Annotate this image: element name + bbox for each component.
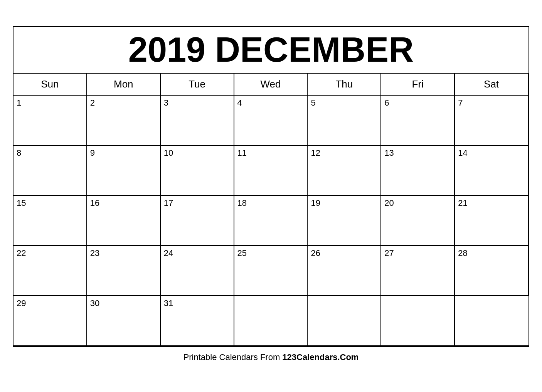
day-header-sat: Sat xyxy=(455,74,529,96)
calendar-title: 2019 DECEMBER xyxy=(13,27,529,74)
day-cell-4: 4 xyxy=(234,96,308,146)
day-cell-1: 1 xyxy=(13,96,87,146)
footer-bold-text: 123Calendars.Com xyxy=(282,352,359,362)
day-cell-empty xyxy=(381,296,455,346)
day-cell-29: 29 xyxy=(13,296,87,346)
footer-text: Printable Calendars From xyxy=(183,352,283,362)
day-cell-6: 6 xyxy=(381,96,455,146)
day-cell-23: 23 xyxy=(87,246,161,296)
day-cell-8: 8 xyxy=(13,146,87,196)
calendar-wrapper: 2019 DECEMBER SunMonTueWedThuFriSat12345… xyxy=(13,26,529,366)
day-cell-19: 19 xyxy=(308,196,381,246)
day-cell-7: 7 xyxy=(455,96,529,146)
day-header-thu: Thu xyxy=(308,74,381,96)
day-cell-24: 24 xyxy=(161,246,234,296)
day-cell-16: 16 xyxy=(87,196,161,246)
day-header-tue: Tue xyxy=(161,74,234,96)
day-cell-17: 17 xyxy=(161,196,234,246)
day-cell-20: 20 xyxy=(381,196,455,246)
day-cell-empty xyxy=(308,296,381,346)
day-cell-3: 3 xyxy=(161,96,234,146)
day-cell-28: 28 xyxy=(455,246,529,296)
day-cell-25: 25 xyxy=(234,246,308,296)
day-cell-empty xyxy=(234,296,308,346)
day-cell-empty xyxy=(455,296,529,346)
day-cell-21: 21 xyxy=(455,196,529,246)
day-cell-22: 22 xyxy=(13,246,87,296)
day-header-sun: Sun xyxy=(13,74,87,96)
day-header-fri: Fri xyxy=(381,74,455,96)
day-cell-13: 13 xyxy=(381,146,455,196)
day-cell-11: 11 xyxy=(234,146,308,196)
calendar-grid: SunMonTueWedThuFriSat1234567891011121314… xyxy=(13,74,529,346)
day-cell-18: 18 xyxy=(234,196,308,246)
calendar-footer: Printable Calendars From 123Calendars.Co… xyxy=(13,347,529,366)
day-cell-5: 5 xyxy=(308,96,381,146)
day-cell-15: 15 xyxy=(13,196,87,246)
day-cell-14: 14 xyxy=(455,146,529,196)
day-cell-30: 30 xyxy=(87,296,161,346)
calendar-container: 2019 DECEMBER SunMonTueWedThuFriSat12345… xyxy=(13,26,529,347)
day-cell-27: 27 xyxy=(381,246,455,296)
day-header-wed: Wed xyxy=(234,74,308,96)
day-cell-12: 12 xyxy=(308,146,381,196)
day-cell-31: 31 xyxy=(161,296,234,346)
day-cell-9: 9 xyxy=(87,146,161,196)
day-header-mon: Mon xyxy=(87,74,161,96)
day-cell-2: 2 xyxy=(87,96,161,146)
day-cell-10: 10 xyxy=(161,146,234,196)
day-cell-26: 26 xyxy=(308,246,381,296)
